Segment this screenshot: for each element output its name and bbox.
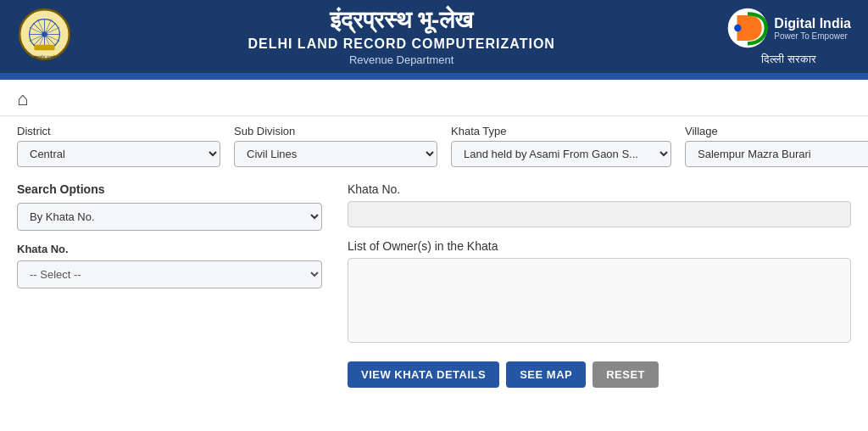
left-column: Search Options By Khata No. By Owner Nam…: [17, 182, 322, 388]
district-select[interactable]: Central North South East West: [17, 141, 220, 167]
khatatype-filter-group: Khata Type Land held by Asami From Gaon …: [451, 125, 671, 167]
see-map-button[interactable]: SEE MAP: [506, 361, 586, 388]
digital-india-label: Digital India: [774, 16, 851, 31]
search-options-label: Search Options: [17, 182, 322, 196]
khata-no-right-label: Khata No.: [348, 182, 851, 196]
svg-text:सत्यमेव जयते: सत्यमेव जयते: [33, 54, 54, 59]
district-label: District: [17, 125, 220, 137]
svg-rect-11: [34, 45, 54, 51]
button-row: VIEW KHATA DETAILS SEE MAP RESET: [348, 361, 851, 388]
breadcrumb-area: ⌂: [0, 80, 868, 116]
view-khata-button[interactable]: VIEW KHATA DETAILS: [348, 361, 499, 388]
digital-india-text: Digital India Power To Empower: [774, 16, 851, 41]
svg-point-14: [734, 25, 741, 31]
digital-india-logo: Digital India Power To Empower: [726, 7, 851, 49]
subdivision-filter-group: Sub Division Civil Lines Model Town Sada…: [234, 125, 437, 167]
filter-row: District Central North South East West S…: [17, 125, 851, 167]
left-logo: सत्यमेव जयते: [17, 7, 76, 66]
navbar: [0, 73, 868, 80]
district-filter-group: District Central North South East West: [17, 125, 220, 167]
khata-no-select[interactable]: -- Select --: [17, 260, 322, 288]
khata-no-left-label: Khata No.: [17, 243, 322, 255]
two-col-layout: Search Options By Khata No. By Owner Nam…: [17, 182, 851, 388]
header-center: इंद्रप्रस्थ भू-लेख DELHI LAND RECORD COM…: [76, 7, 726, 66]
main-content: District Central North South East West S…: [0, 116, 868, 396]
header-subtitle: Revenue Department: [76, 53, 726, 66]
delhi-sarkar-label: दिल्ली सरकार: [761, 53, 816, 66]
digital-india-sub: Power To Empower: [774, 31, 851, 41]
khatatype-label: Khata Type: [451, 125, 671, 137]
reset-button[interactable]: RESET: [593, 361, 659, 388]
title-eng: DELHI LAND RECORD COMPUTERIZATION: [76, 36, 726, 52]
village-filter-group: Village Salempur Mazra Burari Burari Muk…: [685, 125, 868, 167]
khata-no-input[interactable]: [348, 201, 851, 227]
title-hindi: इंद्रप्रस्थ भू-लेख: [76, 7, 726, 35]
subdivision-label: Sub Division: [234, 125, 437, 137]
header: सत्यमेव जयते इंद्रप्रस्थ भू-लेख DELHI LA…: [0, 0, 868, 73]
owners-label: List of Owner(s) in the Khata: [348, 239, 851, 253]
khatatype-select[interactable]: Land held by Asami From Gaon S... Khatau…: [451, 141, 671, 167]
owners-textarea[interactable]: [348, 258, 851, 343]
right-column: Khata No. List of Owner(s) in the Khata …: [348, 182, 851, 388]
right-logo: Digital India Power To Empower दिल्ली सर…: [726, 7, 851, 66]
search-options-select[interactable]: By Khata No. By Owner Name By Khasra No.: [17, 203, 322, 231]
village-label: Village: [685, 125, 868, 137]
home-icon[interactable]: ⌂: [17, 88, 28, 109]
village-select[interactable]: Salempur Mazra Burari Burari Mukherjee N…: [685, 141, 868, 167]
subdivision-select[interactable]: Civil Lines Model Town Sadar Bazar: [234, 141, 437, 167]
